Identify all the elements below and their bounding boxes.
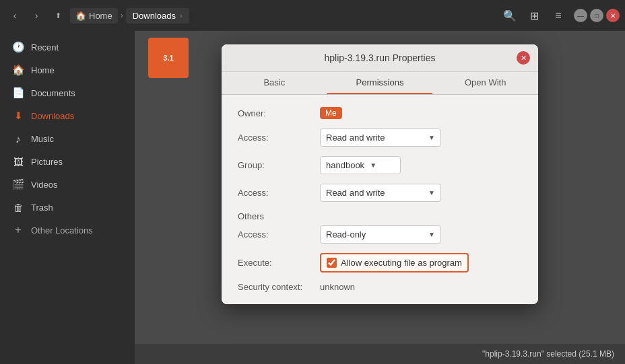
others-access-row: Access: Read-only ▼ [238, 225, 522, 244]
group-label: Group: [238, 160, 312, 170]
home-label: Home [89, 11, 112, 21]
status-text: "hplip-3.19.3.run" selected (25.1 MB) [482, 349, 614, 359]
dialog-tabs: Basic Permissions Open With [222, 72, 538, 95]
dialog-close-button[interactable]: ✕ [517, 51, 530, 65]
group-select[interactable]: handbook ▼ [320, 156, 401, 174]
minimize-button[interactable]: — [574, 9, 587, 22]
close-window-button[interactable]: ✕ [606, 9, 620, 22]
execute-checkbox[interactable] [327, 258, 337, 268]
sidebar-item-music[interactable]: ♪ Music [3, 128, 132, 149]
others-section-header: Others [238, 211, 522, 221]
maximize-button[interactable]: □ [590, 9, 603, 22]
sidebar-label-videos: Videos [31, 180, 58, 190]
modal-overlay: hplip-3.19.3.run Properties ✕ Basic Perm… [135, 31, 625, 364]
dropdown-arrow-others: ▼ [428, 231, 435, 238]
dropdown-arrow-group-access: ▼ [428, 189, 435, 196]
documents-icon: 📄 [12, 87, 24, 99]
dropdown-arrow-group: ▼ [370, 161, 376, 169]
sidebar-item-pictures[interactable]: 🖼 Pictures [3, 151, 132, 172]
tab-permissions[interactable]: Permissions [327, 72, 433, 94]
security-label: Security context: [238, 282, 312, 292]
sidebar-label-recent: Recent [31, 42, 59, 52]
sidebar-item-home[interactable]: 🏠 Home [3, 59, 132, 81]
up-button[interactable]: ⬆ [48, 6, 67, 25]
downloads-label: Downloads [133, 11, 176, 21]
owner-row: Owner: Me [238, 107, 522, 119]
home-breadcrumb[interactable]: 🏠 Home [70, 8, 118, 24]
properties-dialog: hplip-3.19.3.run Properties ✕ Basic Perm… [222, 44, 538, 304]
sidebar-label-pictures: Pictures [31, 157, 63, 167]
owner-label: Owner: [238, 108, 312, 118]
file-area: 3.1 hplip-3.19.3.run Properties ✕ Basic … [135, 31, 625, 364]
execute-label: Execute: [238, 258, 312, 268]
window-controls: — □ ✕ [574, 9, 620, 22]
group-access-value: Read and write [326, 188, 385, 198]
group-access-dropdown[interactable]: Read and write ▼ [320, 184, 441, 202]
pictures-icon: 🖼 [12, 155, 24, 168]
sidebar-label-documents: Documents [31, 88, 75, 98]
sidebar-label-home: Home [31, 65, 55, 75]
sidebar-label-other: Other Locations [31, 225, 93, 235]
videos-icon: 🎬 [12, 178, 24, 190]
sidebar-item-recent[interactable]: 🕐 Recent [3, 36, 132, 58]
top-actions: 🔍 ⊞ ≡ [500, 5, 568, 26]
owner-value: Me [320, 107, 342, 119]
sidebar-item-trash[interactable]: 🗑 Trash [3, 196, 132, 218]
trash-icon: 🗑 [12, 201, 24, 213]
others-access-value: Read-only [326, 229, 366, 240]
execute-checkbox-label: Allow executing file as program [341, 258, 462, 268]
others-access-dropdown[interactable]: Read-only ▼ [320, 225, 441, 244]
top-bar: ‹ › ⬆ 🏠 Home › "hplip-3.19.3.run" select… [0, 0, 625, 31]
dropdown-arrow-owner: ▼ [428, 134, 435, 141]
add-location-icon: + [12, 224, 24, 236]
back-button[interactable]: ‹ [5, 6, 24, 25]
sidebar-label-downloads: Downloads [31, 111, 74, 121]
owner-access-value: Read and write [326, 133, 385, 143]
dialog-body: Owner: Me Access: Read and write ▼ Group… [222, 95, 538, 304]
path-arrow: › [180, 11, 183, 20]
breadcrumb-separator: › [121, 11, 123, 20]
home-nav-icon: 🏠 [12, 64, 24, 76]
group-value: handbook [326, 160, 364, 170]
owner-access-dropdown[interactable]: Read and write ▼ [320, 129, 441, 147]
execute-row: Execute: Allow executing file as program [238, 253, 522, 272]
main-content: 🕐 Recent 🏠 Home 📄 Documents ⬇ Downloads … [0, 31, 625, 364]
sidebar-item-other-locations[interactable]: + Other Locations [3, 219, 132, 241]
sidebar: 🕐 Recent 🏠 Home 📄 Documents ⬇ Downloads … [0, 31, 135, 364]
recent-icon: 🕐 [12, 41, 24, 53]
menu-button[interactable]: ≡ [548, 5, 568, 26]
home-icon: 🏠 [75, 11, 86, 21]
sidebar-item-videos[interactable]: 🎬 Videos [3, 174, 132, 195]
current-location[interactable]: "hplip-3.19.3.run" selected (25.1 MB) Do… [126, 8, 189, 24]
forward-button[interactable]: › [27, 6, 46, 25]
owner-access-row: Access: Read and write ▼ [238, 129, 522, 147]
tab-open-with[interactable]: Open With [432, 72, 538, 94]
search-button[interactable]: 🔍 [500, 5, 520, 26]
group-row: Group: handbook ▼ [238, 156, 522, 174]
tab-basic[interactable]: Basic [222, 72, 327, 94]
dialog-title: hplip-3.19.3.run Properties [243, 52, 517, 63]
execute-box: Allow executing file as program [320, 253, 469, 272]
group-access-row: Access: Read and write ▼ [238, 184, 522, 202]
dialog-titlebar: hplip-3.19.3.run Properties ✕ [222, 44, 538, 72]
security-row: Security context: unknown [238, 282, 522, 292]
status-bar: "hplip-3.19.3.run" selected (25.1 MB) [135, 344, 625, 364]
sidebar-label-trash: Trash [31, 203, 53, 213]
music-icon: ♪ [12, 133, 24, 145]
breadcrumb: 🏠 Home › "hplip-3.19.3.run" selected (25… [70, 8, 497, 24]
security-value: unknown [320, 282, 355, 292]
sidebar-label-music: Music [31, 134, 54, 144]
view-toggle-button[interactable]: ⊞ [524, 5, 544, 26]
owner-access-label: Access: [238, 133, 312, 143]
group-access-label: Access: [238, 188, 312, 198]
sidebar-item-downloads[interactable]: ⬇ Downloads [3, 105, 132, 126]
downloads-icon: ⬇ [12, 110, 24, 122]
sidebar-item-documents[interactable]: 📄 Documents [3, 82, 132, 104]
others-access-label: Access: [238, 229, 312, 240]
